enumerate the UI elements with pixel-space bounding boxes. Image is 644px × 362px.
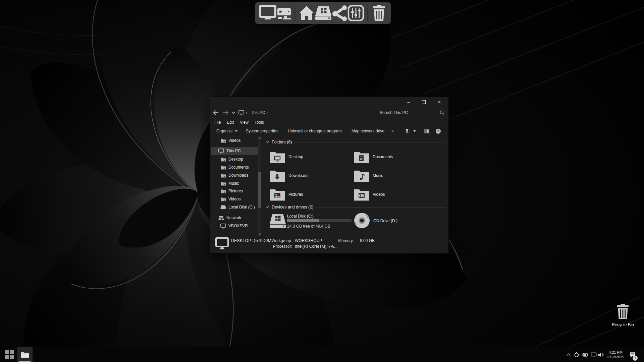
search-box[interactable]: Search This PC bbox=[380, 107, 408, 118]
clock-date: 11/12/2025 bbox=[606, 355, 624, 359]
sidebar-item-documents[interactable]: Documents bbox=[211, 163, 258, 171]
processor-value: Intel(R) Core(TM) i7-6... bbox=[295, 244, 337, 249]
scroll-down-arrow[interactable] bbox=[258, 232, 261, 236]
active-indicator bbox=[19, 361, 31, 362]
sidebar-item-network[interactable]: Network bbox=[211, 214, 258, 222]
maximize-button[interactable] bbox=[418, 97, 429, 107]
folder-tile-videos[interactable]: Videos bbox=[354, 188, 385, 201]
disk-capacity-bar bbox=[287, 219, 352, 222]
workgroup-value: WORKGROUP bbox=[295, 238, 322, 243]
sidebar-item-music[interactable]: Music bbox=[211, 179, 258, 187]
preview-pane-button[interactable] bbox=[424, 126, 429, 136]
window-titlebar[interactable]: – ✕ bbox=[210, 97, 448, 107]
sidebar-scrollbar[interactable] bbox=[258, 136, 261, 236]
cd-drive-label: CD Drive (D:) bbox=[373, 219, 397, 223]
folder-tile-documents[interactable]: Documents bbox=[354, 150, 393, 163]
taskbar: 4:21 PM 11/12/2025 1 bbox=[0, 347, 644, 362]
map-network-drive-button[interactable]: Map network drive bbox=[352, 126, 384, 136]
back-button[interactable] bbox=[213, 107, 219, 118]
scroll-up-arrow[interactable] bbox=[258, 136, 261, 140]
menu-view[interactable]: View bbox=[237, 120, 252, 125]
breadcrumb-separator: › bbox=[246, 107, 247, 118]
sidebar-item-desktop[interactable]: Desktop bbox=[211, 155, 258, 163]
folder-tile-music[interactable]: Music bbox=[354, 169, 383, 182]
recycle-bin-desktop-icon[interactable]: Recycle Bin bbox=[606, 304, 640, 327]
folders-section-header[interactable]: Folders (6) bbox=[266, 140, 449, 144]
folder-tile-pictures[interactable]: Pictures bbox=[269, 188, 303, 201]
uninstall-button[interactable]: Uninstall or change a program bbox=[288, 126, 342, 136]
navigation-bar: › This PC › Search This PC bbox=[210, 107, 448, 118]
more-commands-button[interactable]: » bbox=[391, 126, 394, 136]
details-pane: DESKTOP-D570D0M Workgroup: WORKGROUP Mem… bbox=[210, 236, 448, 254]
scrollbar-thumb[interactable] bbox=[258, 172, 261, 208]
dock-separator bbox=[294, 5, 296, 21]
menu-file[interactable]: File bbox=[211, 120, 224, 125]
workgroup-label: Workgroup: bbox=[269, 238, 292, 243]
sidebar-item-local-disk[interactable]: Local Disk (C:) bbox=[211, 203, 258, 211]
menu-tools[interactable]: Tools bbox=[252, 120, 267, 125]
trash-icon[interactable] bbox=[371, 4, 387, 22]
folder-tile-desktop[interactable]: Desktop bbox=[269, 150, 303, 163]
action-center-icon[interactable]: 1 bbox=[628, 347, 637, 362]
dock-separator bbox=[367, 5, 368, 21]
system-drive-icon[interactable] bbox=[315, 5, 332, 21]
menu-edit[interactable]: Edit bbox=[224, 120, 237, 125]
tray-chevron-up-icon[interactable] bbox=[565, 347, 572, 362]
memory-label: Memory: bbox=[328, 238, 354, 243]
window-body: Videos This PC Desktop Documents Downloa… bbox=[210, 136, 448, 236]
system-properties-button[interactable]: System properties bbox=[246, 126, 278, 136]
recycle-bin-label: Recycle Bin bbox=[606, 322, 640, 327]
tray-app-icon[interactable] bbox=[573, 347, 581, 362]
content-area: Folders (6) Desktop Documents Downloads … bbox=[266, 136, 449, 236]
processor-label: Processor: bbox=[269, 244, 292, 249]
organize-button[interactable]: Organize bbox=[216, 126, 237, 136]
notification-badge: 1 bbox=[633, 356, 638, 361]
explorer-window: – ✕ › This PC › Search This PC File Edit… bbox=[210, 97, 449, 254]
help-button[interactable]: ? bbox=[436, 126, 441, 136]
sidebar-item-vboxsvr[interactable]: VBOXSVR bbox=[211, 222, 258, 230]
sidebar-item-this-pc[interactable]: This PC bbox=[211, 147, 258, 155]
mixer-icon[interactable] bbox=[347, 4, 364, 22]
recent-locations-chevron[interactable] bbox=[232, 107, 235, 118]
taskbar-clock[interactable]: 4:21 PM 11/12/2025 bbox=[602, 347, 624, 362]
devices-section-header[interactable]: Devices and drives (2) bbox=[266, 205, 449, 209]
computer-name: DESKTOP-D570D0M bbox=[231, 238, 271, 243]
local-disk-label: Local Disk (C:) bbox=[287, 214, 314, 219]
start-button[interactable] bbox=[3, 347, 16, 362]
sidebar-item-videos[interactable]: Videos bbox=[211, 195, 258, 203]
memory-value: 8.00 GB bbox=[360, 238, 375, 243]
sidebar-item-pictures[interactable]: Pictures bbox=[211, 187, 258, 195]
breadcrumb-separator: › bbox=[267, 107, 268, 118]
sidebar-item-videos-quick[interactable]: Videos bbox=[211, 136, 258, 144]
breadcrumb-this-pc[interactable]: This PC bbox=[251, 107, 265, 118]
address-location-icon[interactable] bbox=[238, 107, 244, 118]
sidebar-item-downloads[interactable]: Downloads bbox=[211, 171, 258, 179]
computer-icon bbox=[215, 237, 229, 251]
close-button[interactable]: ✕ bbox=[434, 97, 445, 107]
view-list-button[interactable] bbox=[406, 126, 411, 136]
svg-text:?: ? bbox=[437, 129, 439, 133]
taskbar-explorer-button[interactable] bbox=[17, 347, 33, 362]
show-desktop-divider[interactable] bbox=[642, 350, 642, 359]
forward-button[interactable] bbox=[223, 107, 229, 118]
share-icon[interactable] bbox=[332, 5, 347, 21]
recycle-bin-icon bbox=[616, 304, 630, 320]
tray-power-icon[interactable] bbox=[581, 347, 589, 362]
minimize-button[interactable]: – bbox=[403, 97, 414, 107]
command-bar: Organize System properties Uninstall or … bbox=[210, 126, 448, 136]
clock-time: 4:21 PM bbox=[609, 350, 624, 355]
menu-bar: File Edit View Tools bbox=[210, 118, 448, 126]
search-icon[interactable] bbox=[440, 107, 444, 118]
desktop-dock bbox=[255, 2, 391, 24]
folder-tile-downloads[interactable]: Downloads bbox=[269, 169, 308, 182]
computer-icon[interactable] bbox=[259, 4, 291, 22]
home-icon[interactable] bbox=[299, 5, 315, 21]
disk-free-text: 24.3 GB free of 49.4 GB bbox=[287, 224, 330, 229]
tray-network-icon[interactable] bbox=[589, 347, 598, 362]
view-dropdown-chevron[interactable] bbox=[413, 126, 416, 136]
